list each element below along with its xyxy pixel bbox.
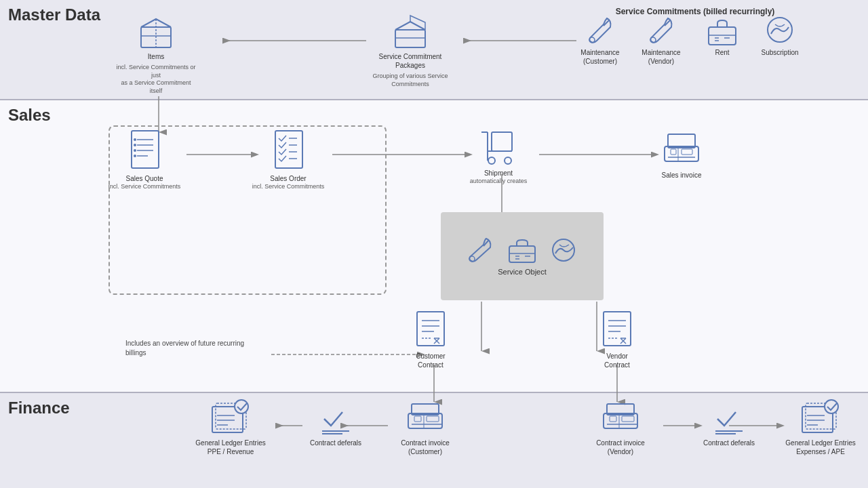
contract-deferrals-vendor-label: Contract deferals	[703, 439, 755, 447]
shipment-icon-container: Shipment automatically creates	[465, 125, 532, 186]
items-icon-container: Items incl. Service Commitments or justa…	[115, 12, 197, 96]
sales-invoice-icon	[661, 127, 702, 168]
gl-entries-customer-icon	[209, 399, 253, 436]
packages-sublabel: Grouping of various Service Commitments	[366, 73, 454, 88]
finance-label: Finance	[8, 399, 70, 418]
contract-deferrals-vendor-icon	[712, 405, 746, 436]
svg-rect-107	[604, 413, 637, 428]
svg-point-117	[825, 400, 838, 413]
shipment-icon	[478, 125, 519, 166]
svg-point-43	[505, 157, 511, 164]
svg-rect-94	[427, 416, 439, 422]
packages-label: Service Commitment Packages	[366, 52, 454, 70]
service-object-wrench-icon	[466, 237, 496, 264]
customer-contract-label: CustomerContract	[416, 352, 445, 369]
dashed-boundary-box	[108, 125, 387, 295]
contract-invoice-vendor-icon-container: Contract invoice(Vendor)	[580, 399, 661, 456]
contract-deferrals-customer-icon-container: Contract deferals	[302, 405, 370, 447]
svg-rect-69	[417, 312, 444, 346]
maintenance-customer-label: Maintenance(Customer)	[580, 48, 619, 66]
svg-rect-39	[492, 132, 512, 151]
svg-point-99	[235, 400, 248, 413]
svg-rect-52	[682, 149, 692, 155]
rent-icon-container: Rent	[698, 15, 746, 57]
contract-deferrals-customer-label: Contract deferals	[310, 439, 361, 447]
svg-rect-77	[604, 312, 631, 346]
items-label: Items	[148, 52, 164, 61]
svg-rect-112	[622, 416, 634, 422]
subscription-icon-container: Subscription	[753, 15, 807, 57]
gl-entries-customer-icon-container: General Ledger EntriesPPE / Revenue	[183, 399, 278, 456]
service-object-briefcase-icon	[507, 237, 538, 264]
customer-contract-icon-container: CustomerContract	[403, 308, 458, 369]
rent-icon	[705, 15, 739, 45]
svg-rect-57	[509, 246, 535, 262]
service-object-label: Service Object	[498, 268, 547, 276]
dashed-note: Includes an overview of future recurring…	[125, 339, 275, 358]
service-object-handshake-icon	[549, 237, 579, 264]
maintenance-customer-icon-container: Maintenance(Customer)	[573, 15, 627, 66]
service-object-icons	[466, 237, 579, 264]
svg-rect-3	[395, 30, 425, 47]
customer-contract-icon	[414, 308, 448, 349]
svg-point-42	[488, 157, 495, 164]
shipment-label: Shipment	[484, 169, 513, 178]
vendor-contract-icon	[600, 308, 634, 349]
subscription-label: Subscription	[761, 48, 798, 57]
rent-label: Rent	[715, 48, 729, 57]
sales-label: Sales	[8, 106, 51, 125]
maintenance-vendor-label: Maintenance(Vendor)	[642, 48, 680, 66]
items-icon	[136, 12, 176, 49]
sales-invoice-label: Sales invoice	[662, 171, 702, 180]
packages-icon-container: Service Commitment Packages Grouping of …	[366, 12, 454, 88]
diagram: { "sections": { "master": "Master Data",…	[0, 0, 868, 488]
shipment-sublabel: automatically creates	[470, 178, 528, 186]
gl-entries-vendor-icon-container: General Ledger EntriesExpenses / APE	[776, 399, 865, 456]
svg-rect-9	[709, 27, 736, 45]
gl-entries-vendor-icon	[799, 399, 843, 436]
gl-entries-customer-label: General Ledger EntriesPPE / Revenue	[195, 439, 265, 456]
gl-entries-vendor-label: General Ledger EntriesExpenses / APE	[785, 439, 855, 456]
items-sublabel: incl. Service Commitments or justas a Se…	[115, 64, 197, 96]
svg-rect-89	[408, 413, 442, 428]
contract-invoice-vendor-label: Contract invoice(Vendor)	[596, 439, 645, 456]
maintenance-vendor-icon	[644, 15, 678, 45]
packages-icon	[390, 12, 431, 49]
service-object-box: Service Object	[441, 212, 604, 300]
svg-rect-93	[414, 416, 421, 422]
sales-invoice-icon-container: Sales invoice	[648, 127, 715, 180]
contract-deferrals-customer-icon	[319, 405, 353, 436]
vendor-contract-label: VendorContract	[604, 352, 630, 369]
maintenance-customer-icon	[583, 15, 617, 45]
contract-invoice-customer-icon-container: Contract invoice(Customer)	[388, 399, 462, 456]
contract-invoice-customer-label: Contract invoice(Customer)	[401, 439, 450, 456]
contract-invoice-vendor-icon	[600, 399, 641, 436]
subscription-icon	[762, 15, 799, 45]
svg-rect-111	[610, 416, 616, 422]
contract-deferrals-vendor-icon-container: Contract deferals	[695, 405, 763, 447]
contract-invoice-customer-icon	[405, 399, 446, 436]
vendor-contract-icon-container: VendorContract	[590, 308, 644, 369]
maintenance-vendor-icon-container: Maintenance(Vendor)	[634, 15, 688, 66]
svg-rect-51	[671, 149, 676, 155]
master-data-label: Master Data	[8, 5, 100, 24]
